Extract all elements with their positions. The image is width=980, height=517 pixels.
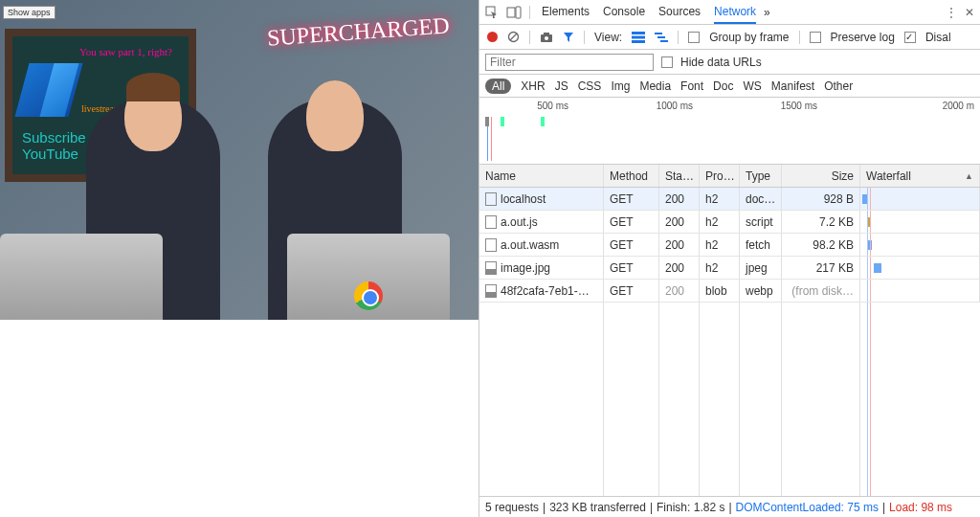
table-row[interactable]: a.out.wasmGET200h2fetch98.2 KB (479, 234, 980, 257)
file-icon (485, 215, 497, 229)
request-name: a.out.wasm (501, 238, 559, 252)
type-filter-all[interactable]: All (485, 79, 511, 94)
request-name: image.jpg (501, 261, 550, 275)
tab-elements[interactable]: Elements (542, 5, 590, 19)
svg-rect-2 (516, 7, 521, 18)
type-filter-media[interactable]: Media (639, 79, 671, 93)
devtools-menu-icon[interactable]: ⋮ (946, 6, 957, 19)
request-size: 98.2 KB (782, 234, 860, 256)
request-size: 928 B (782, 188, 860, 210)
request-type: fetch (740, 234, 782, 256)
polymer-logo (14, 63, 82, 117)
table-row[interactable]: a.out.jsGET200h2script7.2 KB (479, 211, 980, 234)
tab-sources[interactable]: Sources (658, 5, 701, 19)
status-finish: Finish: 1.82 s (657, 501, 724, 514)
file-icon (485, 261, 497, 275)
record-icon[interactable] (487, 32, 498, 42)
group-by-frame-label: Group by frame (709, 31, 789, 44)
request-size: 217 KB (782, 257, 860, 279)
request-protocol: blob (700, 280, 740, 302)
video-frame: Show apps You saw part 1, right? livestr… (0, 0, 479, 320)
svg-rect-10 (632, 40, 645, 43)
preserve-log-checkbox[interactable] (810, 32, 821, 43)
request-method: GET (604, 234, 659, 256)
request-name: 48f2cafa-7eb1-… (501, 284, 590, 298)
svg-rect-1 (507, 8, 515, 17)
table-row[interactable]: 48f2cafa-7eb1-…GET200blobwebp(from disk… (479, 280, 980, 303)
request-waterfall (860, 257, 980, 279)
col-status[interactable]: Sta… (659, 165, 700, 187)
filter-icon[interactable] (563, 32, 574, 43)
status-requests: 5 requests (485, 501, 539, 514)
type-filter-css[interactable]: CSS (578, 79, 602, 93)
col-size[interactable]: Size (782, 165, 860, 187)
large-rows-icon[interactable] (632, 32, 645, 43)
request-size: 7.2 KB (782, 211, 860, 233)
status-transferred: 323 KB transferred (549, 501, 646, 514)
col-type[interactable]: Type (740, 165, 782, 187)
request-type: doc… (740, 188, 782, 210)
request-status: 200 (659, 188, 700, 210)
request-method: GET (604, 280, 659, 302)
resource-type-filters: AllXHRJSCSSImgMediaFontDocWSManifestOthe… (479, 75, 980, 98)
disable-cache-label: Disal (925, 31, 951, 44)
col-waterfall[interactable]: Waterfall ▲ (860, 165, 980, 187)
tab-console[interactable]: Console (603, 5, 645, 19)
request-protocol: h2 (700, 257, 740, 279)
file-icon (485, 192, 497, 206)
request-protocol: h2 (700, 211, 740, 233)
disable-cache-checkbox[interactable] (904, 32, 916, 43)
type-filter-font[interactable]: Font (680, 79, 703, 93)
hide-data-urls-label: Hide data URLs (680, 56, 762, 69)
type-filter-doc[interactable]: Doc (713, 79, 733, 93)
table-header[interactable]: Name Method Sta… Pro… Type Size Waterfal… (479, 165, 980, 188)
col-method[interactable]: Method (604, 165, 659, 187)
request-type: webp (740, 280, 782, 302)
request-waterfall (860, 211, 980, 233)
laptop-right (287, 234, 450, 320)
more-tabs-icon[interactable]: » (764, 6, 770, 19)
request-protocol: h2 (700, 188, 740, 210)
table-row[interactable]: localhostGET200h2doc…928 B (479, 188, 980, 211)
request-type: script (740, 211, 782, 233)
timeline-overview[interactable]: 500 ms 1000 ms 1500 ms 2000 m (479, 98, 980, 165)
request-waterfall (860, 234, 980, 256)
request-status: 200 (659, 257, 700, 279)
waterfall-view-icon[interactable] (655, 32, 668, 43)
devtools-tabbar: ElementsConsoleSourcesNetwork » ⋮ ✕ (479, 0, 980, 25)
request-type: jpeg (740, 257, 782, 279)
filter-row: Hide data URLs (479, 50, 980, 75)
device-toolbar-icon[interactable] (506, 6, 522, 19)
svg-rect-6 (544, 33, 549, 35)
col-name[interactable]: Name (479, 165, 604, 187)
type-filter-js[interactable]: JS (555, 79, 568, 93)
clear-icon[interactable] (507, 31, 520, 43)
type-filter-manifest[interactable]: Manifest (771, 79, 814, 93)
tab-network[interactable]: Network (714, 5, 756, 24)
request-size: (from disk… (782, 280, 860, 302)
laptop-left (0, 234, 163, 320)
filter-input[interactable] (485, 54, 654, 71)
request-name: a.out.js (501, 215, 538, 229)
neon-sign: SUPERCHARGED (267, 12, 451, 51)
hide-data-urls-checkbox[interactable] (661, 56, 673, 68)
request-waterfall (860, 188, 980, 210)
svg-rect-13 (660, 40, 668, 42)
table-row[interactable]: image.jpgGET200h2jpeg217 KB (479, 257, 980, 280)
file-icon (485, 284, 497, 298)
video-pane: Show apps You saw part 1, right? livestr… (0, 0, 479, 517)
type-filter-other[interactable]: Other (824, 79, 853, 93)
screenshot-icon[interactable] (540, 32, 553, 43)
type-filter-img[interactable]: Img (611, 79, 630, 93)
type-filter-xhr[interactable]: XHR (521, 79, 545, 93)
group-by-frame-checkbox[interactable] (688, 32, 700, 43)
close-devtools-icon[interactable]: ✕ (965, 6, 974, 19)
file-icon (485, 238, 497, 252)
type-filter-ws[interactable]: WS (743, 79, 761, 93)
col-protocol[interactable]: Pro… (700, 165, 740, 187)
view-label: View: (594, 31, 622, 44)
request-method: GET (604, 257, 659, 279)
inspect-element-icon[interactable] (485, 6, 499, 19)
request-protocol: h2 (700, 234, 740, 256)
status-domcontentloaded: DOMContentLoaded: 75 ms (736, 501, 879, 514)
